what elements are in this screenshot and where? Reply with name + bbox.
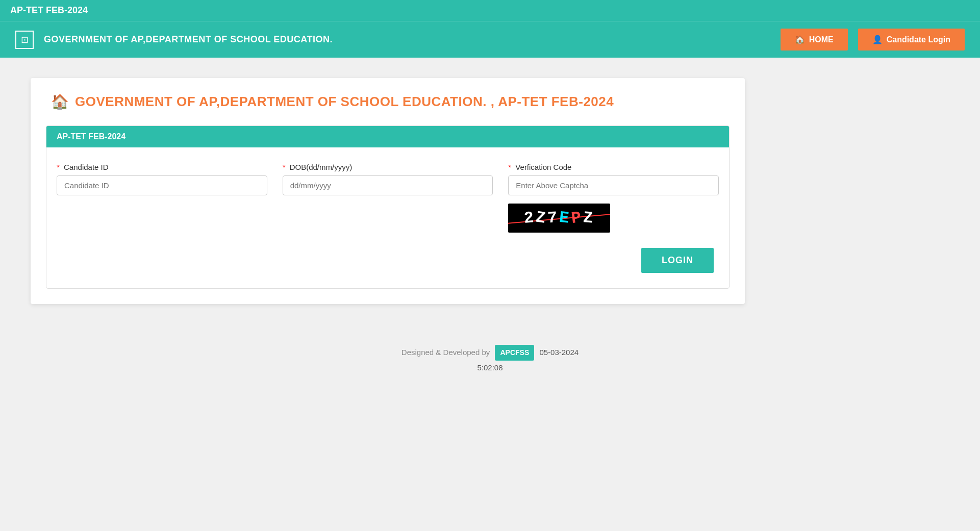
- brand-title: AP-TET FEB-2024: [10, 5, 88, 15]
- captcha-text: 2Z7EPZ: [524, 209, 595, 227]
- home-button[interactable]: 🏠 HOME: [781, 29, 848, 50]
- verification-code-input[interactable]: [508, 175, 719, 195]
- required-star-2: *: [283, 163, 286, 171]
- dob-input[interactable]: [283, 175, 493, 195]
- form-actions: LOGIN: [57, 243, 719, 278]
- page-heading: 🏠 GOVERNMENT OF AP,DEPARTMENT OF SCHOOL …: [31, 78, 745, 120]
- form-card: 🏠 GOVERNMENT OF AP,DEPARTMENT OF SCHOOL …: [31, 78, 745, 304]
- nav-logo-icon: ⊡: [15, 31, 34, 49]
- designed-by-label: Designed & Developed by: [401, 348, 490, 357]
- home-icon: 🏠: [795, 35, 805, 44]
- apcfss-badge: APCFSS: [495, 345, 534, 361]
- captcha-image: 2Z7EPZ: [508, 204, 610, 233]
- dob-label: * DOB(dd/mm/yyyy): [283, 163, 493, 171]
- nav-bar: ⊡ GOVERNMENT OF AP,DEPARTMENT OF SCHOOL …: [0, 21, 980, 58]
- login-button[interactable]: LOGIN: [641, 248, 714, 273]
- footer-date: 05-03-2024: [539, 348, 579, 357]
- brand-bar: AP-TET FEB-2024: [0, 0, 980, 21]
- main-content: 🏠 GOVERNMENT OF AP,DEPARTMENT OF SCHOOL …: [0, 58, 980, 324]
- candidate-login-button[interactable]: 👤 Candidate Login: [858, 29, 965, 50]
- required-star-3: *: [508, 163, 511, 171]
- footer-time: 5:02:08: [10, 361, 970, 374]
- candidate-id-input[interactable]: [57, 175, 267, 195]
- home-btn-label: HOME: [809, 35, 834, 44]
- candidate-id-group: * Candidate ID: [57, 163, 267, 233]
- form-body: * Candidate ID * DOB(dd/mm/yyyy): [46, 147, 729, 288]
- candidate-login-label: Candidate Login: [887, 35, 950, 44]
- user-icon: 👤: [872, 35, 883, 44]
- nav-title: GOVERNMENT OF AP,DEPARTMENT OF SCHOOL ED…: [44, 34, 770, 45]
- login-form-section: AP-TET FEB-2024 * Candidate ID *: [46, 125, 730, 289]
- heading-home-icon: 🏠: [51, 93, 69, 110]
- form-row-main: * Candidate ID * DOB(dd/mm/yyyy): [57, 163, 719, 233]
- dob-group: * DOB(dd/mm/yyyy): [283, 163, 493, 233]
- candidate-id-label: * Candidate ID: [57, 163, 267, 171]
- footer: Designed & Developed by APCFSS 05-03-202…: [0, 324, 980, 390]
- verification-code-group: * Verfication Code 2Z7EPZ: [508, 163, 719, 233]
- form-section-header: AP-TET FEB-2024: [46, 126, 729, 147]
- page-heading-text: GOVERNMENT OF AP,DEPARTMENT OF SCHOOL ED…: [75, 94, 614, 110]
- required-star-1: *: [57, 163, 60, 171]
- footer-designed-by: Designed & Developed by APCFSS 05-03-202…: [10, 345, 970, 361]
- verification-code-label: * Verfication Code: [508, 163, 719, 171]
